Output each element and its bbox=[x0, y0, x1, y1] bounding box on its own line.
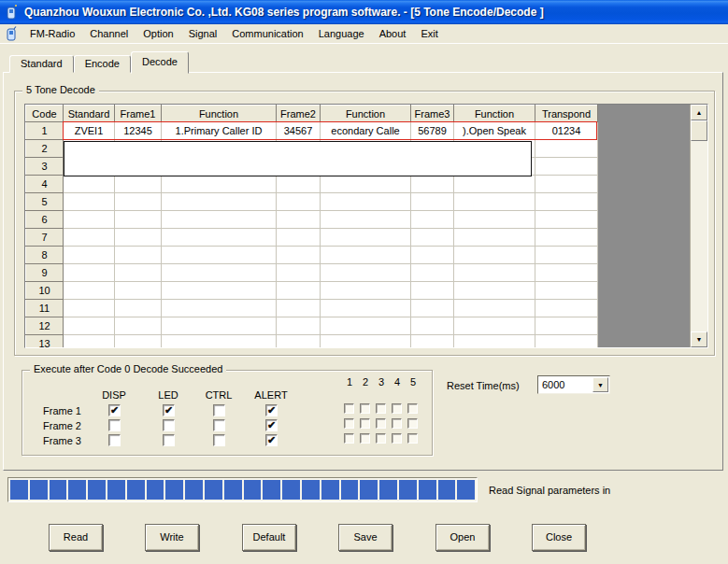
row-header-9[interactable]: 9 bbox=[26, 264, 64, 282]
row-header-13[interactable]: 13 bbox=[26, 335, 64, 349]
decode-cell-r1-c6[interactable]: 56789 bbox=[411, 122, 454, 140]
decode-cell-r1-c7[interactable]: ).Open Speak bbox=[454, 122, 535, 140]
checkbox-frame-2-disp[interactable] bbox=[108, 419, 121, 431]
decode-cell-r9-c1[interactable] bbox=[64, 264, 115, 282]
menu-item-exit[interactable]: Exit bbox=[413, 25, 445, 42]
decode-cell-r13-c3[interactable] bbox=[162, 335, 277, 349]
decode-cell-r7-c7[interactable] bbox=[454, 229, 535, 247]
decode-cell-r10-c1[interactable] bbox=[64, 282, 115, 300]
checkbox-frame-3-led[interactable] bbox=[163, 434, 175, 446]
checkbox-frame-3-ctrl[interactable] bbox=[213, 434, 225, 446]
decode-cell-r3-c8[interactable] bbox=[535, 158, 598, 176]
scroll-track[interactable] bbox=[691, 141, 707, 331]
row-header-4[interactable]: 4 bbox=[26, 176, 64, 193]
decode-cell-r6-c8[interactable] bbox=[535, 211, 598, 229]
decode-cell-r7-c6[interactable] bbox=[411, 229, 454, 247]
decode-cell-r8-c4[interactable] bbox=[277, 247, 321, 264]
menu-item-about[interactable]: About bbox=[372, 25, 414, 42]
decode-cell-r4-c8[interactable] bbox=[535, 176, 598, 193]
decode-cell-r9-c7[interactable] bbox=[454, 264, 535, 282]
decode-cell-r5-c4[interactable] bbox=[277, 193, 321, 211]
decode-cell-r13-c1[interactable] bbox=[64, 335, 115, 349]
decode-cell-r9-c8[interactable] bbox=[535, 264, 598, 282]
decode-cell-r13-c5[interactable] bbox=[321, 335, 411, 349]
aux-checkbox-r3-c5[interactable] bbox=[407, 433, 418, 444]
checkbox-frame-3-disp[interactable] bbox=[108, 434, 121, 446]
decode-cell-r9-c5[interactable] bbox=[321, 264, 411, 282]
decode-cell-r12-c4[interactable] bbox=[277, 317, 321, 335]
scroll-down-button[interactable]: ▼ bbox=[691, 331, 707, 347]
decode-cell-r13-c4[interactable] bbox=[277, 335, 321, 349]
aux-checkbox-r1-c4[interactable] bbox=[392, 403, 402, 414]
decode-cell-r7-c3[interactable] bbox=[162, 229, 277, 247]
decode-cell-r10-c7[interactable] bbox=[454, 282, 535, 300]
scroll-up-button[interactable]: ▲ bbox=[691, 105, 707, 120]
decode-cell-r4-c6[interactable] bbox=[411, 176, 454, 193]
decode-cell-r5-c7[interactable] bbox=[454, 193, 535, 211]
checkbox-frame-1-led[interactable]: ✔ bbox=[163, 404, 175, 416]
row-header-3[interactable]: 3 bbox=[26, 158, 64, 176]
decode-cell-r5-c3[interactable] bbox=[162, 193, 277, 211]
decode-cell-r11-c4[interactable] bbox=[277, 300, 321, 317]
decode-cell-r6-c2[interactable] bbox=[115, 211, 162, 229]
decode-cell-r10-c6[interactable] bbox=[411, 282, 454, 300]
row-header-5[interactable]: 5 bbox=[26, 193, 64, 211]
aux-checkbox-r2-c3[interactable] bbox=[376, 418, 386, 429]
row-header-8[interactable]: 8 bbox=[26, 247, 64, 264]
decode-cell-r12-c7[interactable] bbox=[454, 317, 535, 335]
decode-cell-r9-c3[interactable] bbox=[162, 264, 277, 282]
decode-cell-r12-c1[interactable] bbox=[64, 317, 115, 335]
decode-cell-r11-c1[interactable] bbox=[64, 300, 115, 317]
scroll-thumb[interactable] bbox=[691, 120, 707, 141]
decode-cell-r9-c6[interactable] bbox=[411, 264, 454, 282]
decode-cell-r9-c4[interactable] bbox=[277, 264, 321, 282]
decode-cell-r5-c1[interactable] bbox=[64, 193, 115, 211]
aux-checkbox-r2-c2[interactable] bbox=[360, 418, 370, 429]
decode-cell-r10-c5[interactable] bbox=[321, 282, 411, 300]
aux-checkbox-r3-c4[interactable] bbox=[392, 433, 402, 444]
tab-encode[interactable]: Encode bbox=[74, 55, 131, 73]
decode-cell-r1-c1[interactable]: ZVEI1 bbox=[64, 122, 115, 140]
row-header-11[interactable]: 11 bbox=[26, 300, 64, 317]
decode-cell-r6-c1[interactable] bbox=[64, 211, 115, 229]
menu-item-fm-radio[interactable]: FM-Radio bbox=[22, 25, 82, 42]
decode-cell-r1-c3[interactable]: 1.Primary Caller ID bbox=[162, 122, 277, 140]
decode-cell-r10-c4[interactable] bbox=[277, 282, 321, 300]
decode-cell-r4-c1[interactable] bbox=[64, 176, 115, 193]
decode-cell-r7-c8[interactable] bbox=[535, 229, 598, 247]
decode-cell-r11-c3[interactable] bbox=[162, 300, 277, 317]
decode-cell-r7-c4[interactable] bbox=[277, 229, 321, 247]
decode-cell-r4-c3[interactable] bbox=[162, 176, 277, 193]
decode-cell-r10-c2[interactable] bbox=[115, 282, 162, 300]
checkbox-frame-1-alert[interactable]: ✔ bbox=[265, 404, 278, 416]
checkbox-frame-2-ctrl[interactable] bbox=[213, 419, 225, 431]
decode-cell-r5-c8[interactable] bbox=[535, 193, 598, 211]
decode-cell-r13-c7[interactable] bbox=[454, 335, 535, 349]
aux-checkbox-r2-c5[interactable] bbox=[407, 418, 418, 429]
decode-cell-r5-c2[interactable] bbox=[115, 193, 162, 211]
default-button[interactable]: Default bbox=[242, 524, 296, 551]
row-header-12[interactable]: 12 bbox=[26, 317, 64, 335]
row-header-10[interactable]: 10 bbox=[26, 282, 64, 300]
decode-cell-r2-c8[interactable] bbox=[535, 140, 598, 158]
decode-cell-r4-c5[interactable] bbox=[321, 176, 411, 193]
row-header-6[interactable]: 6 bbox=[26, 211, 64, 229]
reset-time-select[interactable]: 6000 ▼ bbox=[537, 375, 610, 394]
decode-cell-r8-c6[interactable] bbox=[411, 247, 454, 264]
aux-checkbox-r1-c2[interactable] bbox=[360, 403, 370, 414]
aux-checkbox-r1-c5[interactable] bbox=[407, 403, 418, 414]
decode-cell-r1-c4[interactable]: 34567 bbox=[277, 122, 321, 140]
decode-cell-r10-c3[interactable] bbox=[162, 282, 277, 300]
decode-cell-r1-c8[interactable]: 01234 bbox=[535, 122, 598, 140]
menu-item-signal[interactable]: Signal bbox=[181, 25, 225, 42]
close-button[interactable]: Close bbox=[532, 524, 586, 551]
aux-checkbox-r3-c3[interactable] bbox=[376, 433, 386, 444]
decode-cell-r8-c7[interactable] bbox=[454, 247, 535, 264]
grid-edit-overlay[interactable] bbox=[64, 141, 532, 176]
decode-cell-r9-c2[interactable] bbox=[115, 264, 162, 282]
decode-cell-r6-c6[interactable] bbox=[411, 211, 454, 229]
row-header-2[interactable]: 2 bbox=[26, 140, 64, 158]
decode-cell-r13-c6[interactable] bbox=[411, 335, 454, 349]
decode-cell-r1-c5[interactable]: econdary Calle bbox=[321, 122, 411, 140]
menu-item-option[interactable]: Option bbox=[136, 25, 180, 42]
